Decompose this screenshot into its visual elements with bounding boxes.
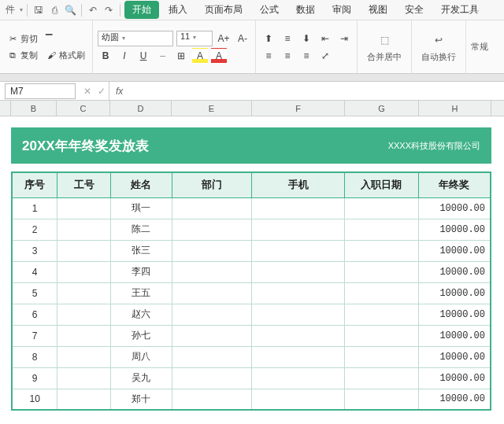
- table-header-cell[interactable]: 入职日期: [344, 172, 418, 197]
- col-header-H[interactable]: H: [419, 101, 491, 116]
- number-format-select[interactable]: 常规: [471, 41, 488, 53]
- align-top-icon[interactable]: ▔: [43, 32, 54, 46]
- col-header-C[interactable]: C: [57, 101, 110, 116]
- table-cell[interactable]: [344, 282, 418, 304]
- table-cell[interactable]: [172, 325, 252, 346]
- table-cell[interactable]: [252, 261, 345, 282]
- table-cell[interactable]: [252, 325, 345, 346]
- table-cell[interactable]: [172, 346, 252, 367]
- table-cell[interactable]: 10000.00: [418, 367, 491, 389]
- col-header-B[interactable]: B: [11, 101, 57, 116]
- save-icon[interactable]: 🖫: [32, 3, 46, 17]
- table-cell[interactable]: 6: [12, 304, 57, 325]
- table-header-cell[interactable]: 手机: [252, 172, 345, 197]
- table-cell[interactable]: [57, 282, 111, 304]
- align-bottom-button[interactable]: ⬇: [298, 31, 314, 46]
- increase-font-button[interactable]: A+: [216, 31, 232, 46]
- table-cell[interactable]: [57, 346, 111, 367]
- print-icon[interactable]: ⎙: [47, 3, 61, 17]
- decrease-font-button[interactable]: A-: [235, 31, 250, 46]
- table-cell[interactable]: [252, 304, 345, 325]
- tab-开始[interactable]: 开始: [124, 1, 159, 19]
- table-cell[interactable]: 8: [12, 346, 57, 367]
- fx-cancel-icon[interactable]: ✕: [80, 86, 94, 97]
- align-top-button[interactable]: ⬆: [261, 31, 276, 46]
- table-cell[interactable]: [57, 261, 111, 282]
- table-row[interactable]: 2陈二10000.00: [12, 219, 491, 240]
- table-cell[interactable]: 10000.00: [418, 240, 491, 261]
- table-cell[interactable]: [252, 282, 345, 304]
- tab-视图[interactable]: 视图: [361, 1, 395, 19]
- cut-button[interactable]: ✂剪切: [5, 31, 40, 46]
- align-middle-button[interactable]: ≡: [280, 31, 295, 46]
- table-cell[interactable]: 10000.00: [418, 389, 491, 410]
- table-cell[interactable]: 郑十: [111, 389, 172, 410]
- table-cell[interactable]: [252, 389, 345, 410]
- table-cell[interactable]: [344, 389, 418, 410]
- table-cell[interactable]: [57, 197, 111, 219]
- redo-icon[interactable]: ↷: [102, 3, 116, 17]
- worksheet[interactable]: 20XX年年终奖发放表 XXXX科技股份有限公司 序号工号姓名部门手机入职日期年…: [0, 127, 504, 411]
- table-cell[interactable]: [172, 304, 252, 325]
- table-cell[interactable]: 李四: [111, 261, 172, 282]
- table-cell[interactable]: [172, 261, 252, 282]
- table-cell[interactable]: [344, 197, 418, 219]
- font-color-button[interactable]: A: [211, 48, 227, 64]
- table-row[interactable]: 3张三10000.00: [12, 240, 491, 261]
- table-cell[interactable]: [252, 219, 345, 240]
- table-cell[interactable]: 10000.00: [418, 346, 491, 367]
- fx-icon[interactable]: fx: [109, 82, 129, 100]
- table-cell[interactable]: 赵六: [111, 304, 172, 325]
- table-cell[interactable]: [57, 304, 111, 325]
- table-cell[interactable]: 9: [12, 367, 57, 389]
- merge-center-button[interactable]: ⬚ 合并居中: [362, 29, 406, 65]
- table-row[interactable]: 4李四10000.00: [12, 261, 491, 282]
- wrap-text-button[interactable]: ↩ 自动换行: [417, 29, 461, 65]
- table-cell[interactable]: 1: [12, 197, 57, 219]
- col-header-F[interactable]: F: [252, 101, 345, 116]
- align-right-button[interactable]: ≡: [298, 48, 314, 64]
- table-header-cell[interactable]: 年终奖: [418, 172, 491, 197]
- fill-color-button[interactable]: A: [192, 48, 208, 64]
- table-cell[interactable]: 张三: [111, 240, 172, 261]
- table-cell[interactable]: 7: [12, 325, 57, 346]
- table-cell[interactable]: 5: [12, 282, 57, 304]
- formula-input[interactable]: [129, 82, 504, 100]
- table-cell[interactable]: [57, 367, 111, 389]
- table-row[interactable]: 6赵六10000.00: [12, 304, 491, 325]
- col-header-D[interactable]: D: [110, 101, 172, 116]
- format-painter-button[interactable]: 🖌格式刷: [43, 48, 87, 63]
- table-cell[interactable]: [344, 325, 418, 346]
- border-button[interactable]: ⊞: [173, 48, 189, 64]
- table-cell[interactable]: 琪一: [111, 197, 172, 219]
- table-row[interactable]: 9吴九10000.00: [12, 367, 491, 389]
- table-cell[interactable]: [172, 367, 252, 389]
- table-cell[interactable]: 10000.00: [418, 282, 491, 304]
- table-cell[interactable]: 周八: [111, 346, 172, 367]
- col-header-G[interactable]: G: [345, 101, 419, 116]
- table-cell[interactable]: [252, 240, 345, 261]
- orientation-button[interactable]: ⤢: [317, 48, 333, 64]
- underline-button[interactable]: U: [135, 48, 151, 64]
- table-header-cell[interactable]: 工号: [57, 172, 111, 197]
- table-cell[interactable]: [344, 219, 418, 240]
- table-header-cell[interactable]: 部门: [172, 172, 252, 197]
- align-center-button[interactable]: ≡: [280, 48, 295, 64]
- table-cell[interactable]: [57, 240, 111, 261]
- table-cell[interactable]: [172, 240, 252, 261]
- table-row[interactable]: 10郑十10000.00: [12, 389, 491, 410]
- table-cell[interactable]: 10: [12, 389, 57, 410]
- table-cell[interactable]: [57, 219, 111, 240]
- table-cell[interactable]: [57, 389, 111, 410]
- table-cell[interactable]: [344, 367, 418, 389]
- table-cell[interactable]: 10000.00: [418, 197, 491, 219]
- table-header-cell[interactable]: 序号: [12, 172, 57, 197]
- table-cell[interactable]: 孙七: [111, 325, 172, 346]
- tab-插入[interactable]: 插入: [161, 1, 195, 19]
- table-header-cell[interactable]: 姓名: [111, 172, 172, 197]
- table-cell[interactable]: 2: [12, 219, 57, 240]
- italic-button[interactable]: I: [117, 48, 132, 64]
- table-cell[interactable]: [344, 240, 418, 261]
- tab-审阅[interactable]: 审阅: [324, 1, 359, 19]
- table-row[interactable]: 1琪一10000.00: [12, 197, 491, 219]
